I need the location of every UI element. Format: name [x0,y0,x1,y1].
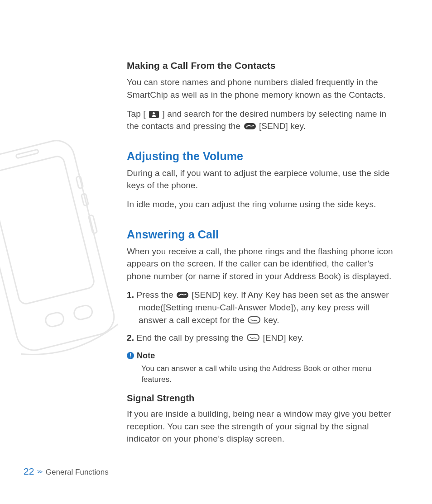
heading-making-call-contacts: Making a Call From the Contacts [127,59,394,72]
page-number: 22 [24,466,34,476]
heading-adjusting-volume: Adjusting the Volume [127,148,394,164]
chevron-icon: >> [37,469,42,475]
list-item: 2. End the call by pressing the [END] ke… [127,332,394,344]
note-body: You can answer a call while using the Ad… [141,363,394,385]
paragraph: If you are inside a building, being near… [127,408,394,445]
section-name: General Functions [46,468,109,476]
paragraph: When you receive a call, the phone rings… [127,245,394,283]
paragraph: In idle mode, you can adjust the ring vo… [127,198,394,211]
end-key-icon [248,316,260,323]
page-content: Making a Call From the Contacts You can … [127,59,394,452]
paragraph: Tap [ ] and search for the desired numbe… [127,108,394,133]
paragraph: During a call, if you want to adjust the… [127,167,394,192]
alert-icon: ! [127,352,134,359]
contacts-icon [149,111,159,118]
step-list: 1. Press the [SEND] key. If Any Key has … [127,289,394,344]
send-key-icon [177,292,188,298]
note-heading: ! Note [127,350,394,361]
send-key-icon [244,123,256,129]
list-item: 1. Press the [SEND] key. If Any Key has … [127,289,394,326]
svg-rect-3 [44,311,65,328]
heading-signal-strength: Signal Strength [127,392,394,405]
end-key-icon [247,334,259,341]
page-footer: 22 >> General Functions [24,466,109,477]
svg-rect-4 [73,304,94,321]
svg-rect-0 [0,137,118,354]
phone-outline-illustration [0,136,118,389]
svg-rect-2 [16,149,38,158]
paragraph: You can store names and phone numbers di… [127,76,394,101]
heading-answering-call: Answering a Call [127,226,394,242]
